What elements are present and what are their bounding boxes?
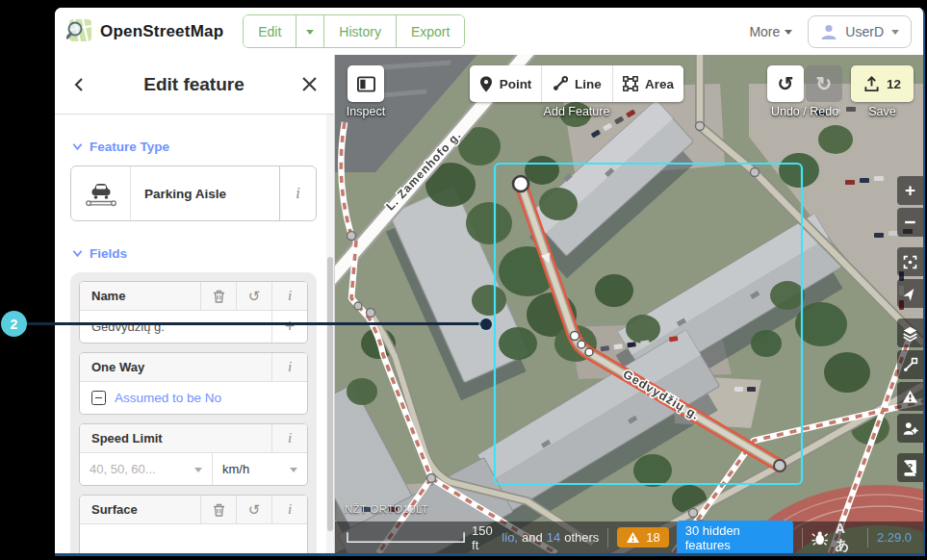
more-menu-button[interactable]: More [749,24,792,39]
preset-info-button[interactable]: i [279,166,316,220]
name-field: Name ↺ i Gedvydžių g. + [79,281,308,344]
issues-button[interactable] [897,382,923,411]
add-area-button[interactable]: Area [612,65,683,102]
field-info-button[interactable]: i [271,353,307,381]
map-statusbar: 150 ft lio, and 14 others 18 30 hidden f… [335,522,923,553]
redo-button[interactable]: ↻ [806,65,842,102]
speed-value-select[interactable]: 40, 50, 60... [80,453,213,485]
fields-container: Name ↺ i Gedvydžių g. + [70,272,317,553]
line-label: Line [575,77,602,91]
redo-icon: ↻ [816,74,833,93]
point-pin-icon [479,76,493,92]
contributor-link[interactable]: lio, [502,530,518,545]
oneway-checkbox[interactable] [91,391,106,405]
statusbar-divider [802,528,803,547]
way-end-vertex[interactable] [774,460,785,471]
svg-text:?: ? [908,462,913,471]
zoom-to-selection-button[interactable] [897,247,923,276]
edit-dropdown-button[interactable] [296,15,323,47]
statusbar-divider [867,528,868,547]
undo-button[interactable]: ↺ [767,65,804,102]
save-label: Save [851,105,914,118]
edit-sidebar: Edit feature Feature Type [55,55,335,553]
history-button[interactable]: History [323,15,396,47]
save-button[interactable]: 12 [851,65,914,102]
field-info-button[interactable]: i [271,496,307,523]
edit-button[interactable]: Edit [244,15,296,47]
help-button[interactable]: ? [897,453,923,482]
more-label: More [749,24,780,39]
attrib-text: and [522,530,543,545]
preset-name: Parking Aisle [131,166,279,220]
indeterminate-icon [95,397,102,399]
add-language-button[interactable]: + [271,311,307,343]
attrib-text: others [564,530,599,545]
warning-triangle-icon [626,531,640,544]
preset-button[interactable]: Parking Aisle i [70,165,317,221]
header-right: More UserD [749,15,912,48]
navigation-arrow-icon [903,287,917,301]
zoom-out-button[interactable]: − [897,208,923,237]
way-vertex[interactable] [585,348,593,356]
delete-field-button[interactable] [200,496,236,523]
user-menu-button[interactable]: UserD [808,15,912,48]
revert-field-button[interactable]: ↺ [236,496,271,523]
scrollbar-thumb[interactable] [327,257,333,531]
map-area[interactable]: L. Zamenhofo g. Gedvydžių g. Inspect Poi… [335,55,923,553]
hidden-features-badge[interactable]: 30 hidden features [677,521,794,554]
warning-triangle-icon [902,389,918,404]
contributor-count-link[interactable]: 14 [547,530,560,545]
scale-bar [347,531,465,544]
export-button[interactable]: Export [396,15,464,47]
map-controls: + − [897,176,923,485]
upload-icon [863,76,880,92]
translate-button[interactable]: Aあ [836,521,859,553]
speed-unit-select[interactable]: km/h [213,453,307,485]
chevron-down-icon [72,249,83,258]
area-icon [623,76,638,91]
revert-field-button[interactable]: ↺ [236,282,271,310]
way-vertex[interactable] [578,341,585,348]
close-icon [302,77,317,91]
name-input[interactable]: Gedvydžių g. [80,311,271,343]
report-bug-icon[interactable] [811,530,828,546]
fields-label: Fields [90,246,127,261]
add-point-button[interactable]: Point [470,65,541,102]
chevron-down-icon [891,30,899,38]
imagery-attribution[interactable]: NŽT ORTO10LT [345,503,428,515]
annotation-number-badge: 2 [1,311,27,337]
chevron-down-icon [72,142,83,151]
save-count-badge: 12 [887,77,901,91]
brand-title: OpenStreetMap [100,22,223,41]
add-line-button[interactable]: Line [541,65,612,102]
panel-title: Edit feature [86,74,302,95]
oneway-field-label: One Way [80,353,271,381]
layers-icon [902,325,918,342]
inspect-button[interactable] [348,65,384,102]
geolocate-button[interactable] [897,279,923,308]
version-link[interactable]: 2.29.0 [877,530,912,545]
background-settings-button[interactable] [897,318,923,347]
imagery-contributors: lio, and 14 others [502,530,599,545]
field-info-button[interactable]: i [271,282,307,310]
issues-badge[interactable]: 18 [617,527,668,547]
add-feature-label: Add Feature [470,105,683,118]
back-button[interactable] [72,77,86,92]
way-start-vertex[interactable] [513,176,528,191]
way-vertex[interactable] [571,332,579,341]
preferences-button[interactable] [897,414,923,443]
point-label: Point [500,77,532,91]
fields-section-toggle[interactable]: Fields [72,246,317,261]
chevron-left-icon [72,77,86,92]
field-info-button[interactable]: i [271,424,307,452]
zoom-in-button[interactable]: + [897,176,923,205]
delete-field-button[interactable] [200,282,236,310]
chevron-down-icon [306,30,314,38]
feature-type-section-toggle[interactable]: Feature Type [72,140,317,154]
map-data-button[interactable] [897,350,923,379]
preset-icon-cell [71,166,131,220]
osm-brand[interactable]: OpenStreetMap [66,18,223,44]
close-button[interactable] [302,77,317,91]
map-canvas[interactable]: L. Zamenhofo g. Gedvydžių g. [335,55,923,553]
hidden-features-label: 30 hidden features [685,523,785,552]
